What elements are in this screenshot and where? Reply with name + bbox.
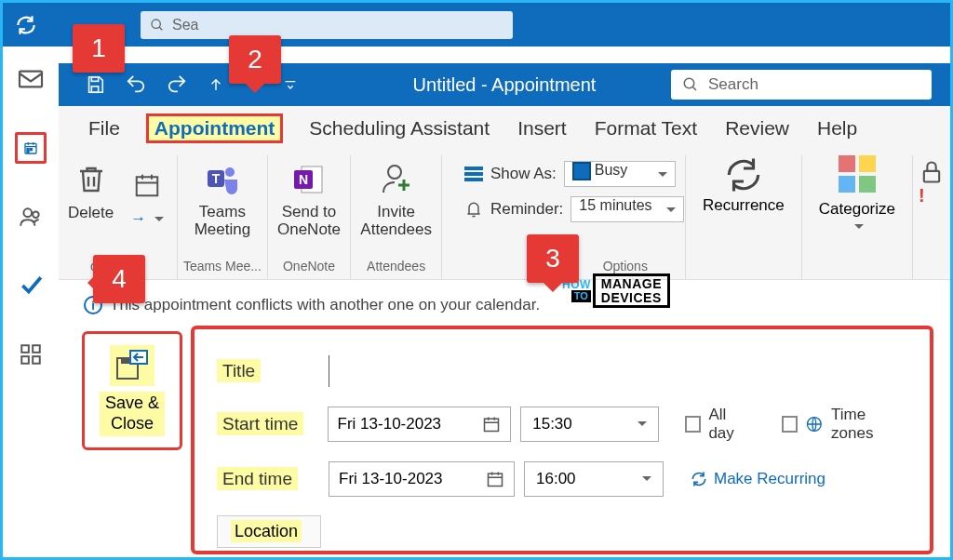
svg-rect-30	[485, 419, 499, 431]
onenote-button[interactable]: N Send to OneNote	[277, 155, 341, 238]
time-zones-label: Time zones	[831, 406, 911, 443]
svg-rect-5	[27, 151, 29, 153]
invite-icon	[376, 159, 417, 200]
invite-attendees-button[interactable]: Invite Attendees	[360, 155, 432, 238]
svg-rect-15	[137, 177, 158, 195]
teams-meeting-button[interactable]: T Teams Meeting	[195, 155, 250, 238]
end-date-value: Fri 13-10-2023	[339, 470, 443, 488]
reminder-select[interactable]: 15 minutes	[570, 196, 684, 222]
calendar-small-icon	[127, 165, 168, 206]
end-date-picker[interactable]: Fri 13-10-2023	[329, 461, 515, 497]
private-button[interactable]: !	[913, 155, 950, 279]
svg-text:N: N	[299, 172, 308, 187]
quick-search-text: Sea	[172, 17, 198, 33]
high-importance-icon[interactable]: !	[919, 185, 945, 207]
undo-icon[interactable]	[126, 74, 146, 95]
qat-dropdown-icon[interactable]	[282, 77, 299, 92]
svg-rect-3	[27, 149, 29, 151]
tab-format[interactable]: Format Text	[593, 112, 699, 145]
end-time-picker[interactable]: 16:00	[524, 461, 664, 497]
save-icon[interactable]	[85, 74, 105, 95]
svg-rect-10	[21, 356, 29, 364]
svg-rect-9	[33, 345, 40, 353]
appointment-form: Title Start time Fri 13-10-2023 15:30 Al…	[191, 326, 933, 554]
checkbox-icon	[782, 416, 799, 433]
recurrence-label: Recurrence	[703, 196, 785, 215]
svg-point-22	[388, 166, 401, 179]
save-close-button[interactable]: Save &Close	[82, 331, 182, 450]
svg-rect-26	[924, 171, 939, 182]
title-input[interactable]	[329, 355, 911, 387]
teams-icon: T	[202, 159, 243, 200]
calendar-nav-icon[interactable]	[15, 132, 47, 164]
svg-text:T: T	[212, 171, 221, 186]
make-recurring-label: Make Recurring	[714, 470, 825, 488]
location-button[interactable]: Location	[217, 515, 321, 548]
ribbon-search[interactable]: Search	[671, 70, 932, 100]
attendees-group-label: Attendees	[367, 259, 425, 273]
app-toolbar: Sea	[3, 3, 950, 47]
teams-group-label: Teams Mee...	[183, 259, 262, 273]
reminder-icon	[464, 200, 483, 219]
start-time-value: 15:30	[532, 415, 572, 433]
show-as-select[interactable]: Busy	[564, 161, 676, 187]
svg-rect-24	[464, 172, 483, 176]
start-date-picker[interactable]: Fri 13-10-2023	[328, 407, 512, 442]
ribbon-panel: Delete → ons T Teams Meeting Teams Mee..…	[59, 150, 950, 280]
tab-help[interactable]: Help	[815, 112, 859, 145]
svg-point-0	[152, 20, 160, 28]
callout-4: 4	[93, 255, 145, 303]
make-recurring-link[interactable]: Make Recurring	[690, 470, 825, 488]
all-day-checkbox[interactable]: All day	[685, 406, 756, 443]
calendar-icon	[486, 470, 504, 488]
conflict-warning: i This appointment conflicts with anothe…	[84, 296, 540, 314]
mail-nav-icon[interactable]	[15, 63, 47, 95]
globe-icon	[805, 415, 824, 433]
end-time-value: 16:00	[536, 470, 576, 488]
tab-insert[interactable]: Insert	[516, 112, 569, 145]
svg-rect-32	[489, 473, 503, 486]
categorize-label: Categorize	[819, 200, 895, 219]
onenote-group-label: OneNote	[283, 259, 335, 273]
people-nav-icon[interactable]	[15, 201, 47, 233]
conflict-text: This appointment conflicts with another …	[110, 296, 540, 314]
trash-icon	[71, 159, 112, 200]
onenote-label: Send to OneNote	[277, 204, 341, 238]
svg-point-6	[23, 208, 32, 217]
search-icon	[150, 18, 165, 33]
svg-point-14	[684, 78, 694, 88]
tab-file[interactable]: File	[87, 112, 122, 145]
svg-rect-11	[33, 356, 40, 364]
show-as-icon	[464, 167, 483, 181]
start-time-label: Start time	[217, 414, 318, 434]
invite-label: Invite Attendees	[360, 204, 432, 238]
start-time-picker[interactable]: 15:30	[520, 407, 658, 442]
svg-rect-23	[464, 167, 483, 170]
svg-rect-12	[91, 77, 98, 82]
svg-point-7	[33, 212, 39, 219]
search-placeholder: Search	[708, 75, 758, 94]
tab-appointment[interactable]: Appointment	[146, 113, 283, 143]
start-date-value: Fri 13-10-2023	[338, 415, 442, 433]
categorize-button[interactable]: Categorize	[802, 155, 913, 279]
ribbon-tabs: File Appointment Scheduling Assistant In…	[59, 106, 950, 150]
apps-nav-icon[interactable]	[15, 339, 47, 370]
svg-rect-13	[91, 87, 98, 92]
window-titlebar: Untitled - Appointment Search	[59, 63, 950, 106]
time-zones-checkbox[interactable]: Time zones	[782, 406, 911, 443]
sync-icon[interactable]	[14, 13, 38, 37]
up-arrow-icon[interactable]	[208, 75, 224, 94]
nav-sidebar	[3, 47, 59, 556]
chevron-down-icon	[638, 421, 647, 431]
recurrence-button[interactable]: Recurrence	[686, 155, 802, 279]
redo-icon[interactable]	[167, 74, 187, 95]
tasks-nav-icon[interactable]	[15, 270, 47, 301]
lock-icon	[919, 159, 945, 185]
tab-review[interactable]: Review	[723, 112, 791, 145]
categorize-icon	[839, 155, 876, 193]
calendar-icon	[482, 415, 501, 433]
chevron-right-icon: →	[130, 209, 164, 228]
quick-search[interactable]: Sea	[141, 11, 513, 39]
chevron-down-icon	[854, 224, 864, 233]
tab-scheduling[interactable]: Scheduling Assistant	[307, 112, 491, 145]
